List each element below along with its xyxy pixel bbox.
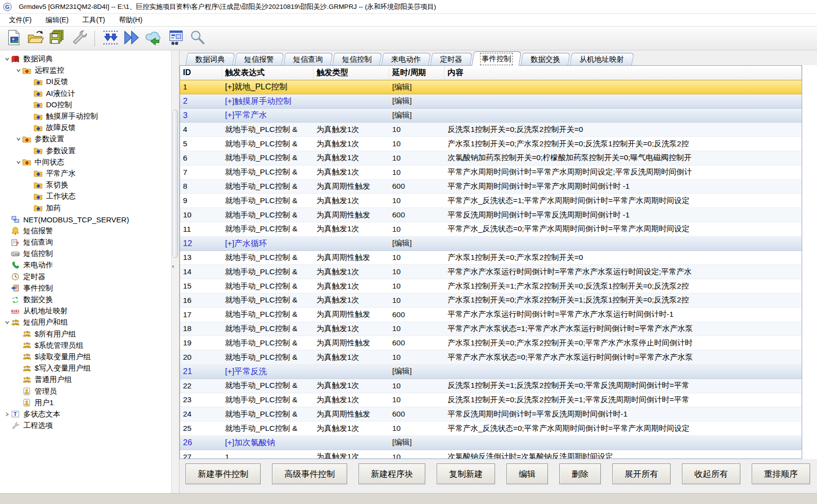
tree-item[interactable]: 工作状态: [0, 191, 171, 202]
table-row[interactable]: 20就地手动_PLC控制 &为真触发1次10平常产水产水泵状态=0;平常产水产水…: [180, 350, 802, 365]
search-magnifier-button[interactable]: [186, 28, 208, 49]
tree-item[interactable]: 用户1: [0, 397, 171, 409]
tab-9[interactable]: 从机地址映射: [570, 53, 634, 65]
tree-item[interactable]: T多状态文本: [0, 409, 171, 420]
tree-item[interactable]: 普通用户组: [0, 374, 171, 385]
menu-item[interactable]: 工具(T): [76, 14, 112, 26]
table-row[interactable]: 5就地手动_PLC控制 &为真触发1次10产水泵1控制开关=0;产水泵2控制开关…: [180, 137, 802, 151]
tree-scrollbar-thumb[interactable]: [173, 110, 178, 258]
cell-trigger-expression[interactable]: [+]平常产水: [222, 109, 314, 123]
new-file-button[interactable]: [3, 28, 25, 49]
tree-item[interactable]: 数据词典: [0, 53, 171, 65]
collapse-all-button[interactable]: 收起所有: [682, 463, 740, 484]
tree-item[interactable]: 加药: [0, 202, 171, 213]
tree-item[interactable]: 数据交换: [0, 294, 171, 305]
tab-1[interactable]: 数据词典: [185, 53, 235, 65]
table-row[interactable]: 25就地手动_PLC控制 &为真触发1次10平常产水_反洗状态=0;平常产水周期…: [180, 421, 802, 436]
cell-delay-period[interactable]: [编辑]: [389, 237, 445, 251]
tree-item[interactable]: 短信用户和组: [0, 317, 171, 328]
cloud-sync-button[interactable]: [143, 28, 165, 49]
tree-item[interactable]: 参数设置: [0, 133, 171, 145]
table-row[interactable]: 23就地手动_PLC控制 &为真触发1次10反洗泵1控制开关=0;反洗泵2控制开…: [180, 393, 802, 408]
tab-4[interactable]: 短信控制: [332, 53, 382, 65]
table-row[interactable]: 9就地手动_PLC控制 &为真触发1次10平常产水_反洗状态=1;平常产水周期时…: [180, 194, 802, 208]
tree-item[interactable]: Cmd短信控制: [0, 248, 171, 259]
table-row[interactable]: 22就地手动_PLC控制 &为真触发1次10反洗泵1控制开关=1;反洗泵2控制开…: [180, 379, 802, 393]
table-row[interactable]: 8就地手动_PLC控制 &为真周期性触发600平常产水周期时间倒计时=平常产水周…: [180, 180, 802, 194]
table-row[interactable]: 18就地手动_PLC控制 &为真触发1次10平常产水产水泵状态=1;平常产水产水…: [180, 322, 802, 336]
tree-item[interactable]: 触摸屏手动控制: [0, 111, 171, 122]
table-row[interactable]: 11就地手动_PLC控制 &为真触发1次10平常产水_反洗状态=0;平常产水周期…: [180, 222, 802, 237]
chevron-down-icon[interactable]: [14, 68, 22, 73]
run-arrows-button[interactable]: [121, 28, 143, 49]
table-row[interactable]: 14就地手动_PLC控制 &为真触发1次10平常产水产水泵运行时间倒计时=平常产…: [180, 265, 802, 279]
menu-item[interactable]: 编辑(E): [39, 14, 76, 26]
table-row[interactable]: 13就地手动_PLC控制 &为真周期性触发10产水泵1控制开关=0;产水泵2控制…: [180, 251, 802, 265]
collapse-panel-icon[interactable]: ‹: [172, 263, 174, 270]
table-row[interactable]: 21[+]平常反洗[编辑]: [180, 365, 802, 379]
tree-item[interactable]: 短信报警: [0, 225, 171, 237]
table-row[interactable]: 7就地手动_PLC控制 &为真触发1次10平常产水周期时间倒计时=平常产水周期时…: [180, 166, 802, 180]
tree-item[interactable]: $读取变量用户组: [0, 351, 171, 363]
chevron-down-icon[interactable]: [14, 160, 22, 165]
table-row[interactable]: 4就地手动_PLC控制 &为真触发1次10反洗泵1控制开关=0;反洗泵2控制开关…: [180, 123, 802, 137]
tree-item[interactable]: 中间状态: [0, 157, 171, 168]
table-row[interactable]: 12[+]产水循环[编辑]: [180, 237, 802, 251]
tab-7[interactable]: 事件控制: [471, 51, 521, 66]
new-program-block-button[interactable]: 新建程序块: [359, 463, 425, 484]
menu-item[interactable]: 帮助(H): [112, 14, 149, 26]
tree-item[interactable]: $所有用户组: [0, 329, 171, 340]
tree-item[interactable]: DI反馈: [0, 76, 171, 87]
tree-item[interactable]: 来电动作: [0, 259, 171, 271]
tree-item[interactable]: $系统管理员组: [0, 340, 171, 351]
cell-delay-period[interactable]: [编辑]: [389, 365, 445, 378]
tree-item[interactable]: 定时器: [0, 271, 171, 283]
reorder-button[interactable]: 重排顺序: [752, 463, 810, 484]
tree-item[interactable]: 事件控制: [0, 283, 171, 294]
table-row[interactable]: 271为真触发1次10次氯酸钠反洗倒计时=次氯酸钠反洗周期时间设定: [180, 450, 802, 459]
table-row[interactable]: 1[+]就地_PLC控制[编辑]: [180, 80, 802, 94]
tree-item[interactable]: 泵切换: [0, 179, 171, 191]
tree-item[interactable]: 远程监控: [0, 65, 171, 76]
edit-button[interactable]: 编辑: [506, 463, 548, 484]
save-all-button[interactable]: [46, 28, 68, 49]
cell-trigger-expression[interactable]: [+]就地_PLC控制: [222, 81, 314, 94]
tree-item[interactable]: 0101从机地址映射: [0, 305, 171, 317]
panel-splitter[interactable]: ‹: [171, 50, 180, 493]
table-row[interactable]: 3[+]平常产水[编辑]: [180, 109, 802, 123]
compile-grid-button[interactable]: [99, 28, 121, 49]
tree-item[interactable]: 工程选项: [0, 420, 171, 431]
chevron-right-icon[interactable]: [3, 412, 11, 417]
chevron-down-icon[interactable]: [14, 136, 22, 142]
tree-item[interactable]: ?短信查询: [0, 237, 171, 248]
tree-item[interactable]: 故障反馈: [0, 122, 171, 133]
tab-6[interactable]: 定时器: [430, 53, 472, 65]
expand-all-button[interactable]: 展开所有: [612, 463, 671, 484]
table-row[interactable]: 2[+]触摸屏手动控制[编辑]: [180, 94, 802, 109]
delete-button[interactable]: 删除: [559, 463, 601, 484]
tree-item[interactable]: DO控制: [0, 99, 171, 111]
copy-new-button[interactable]: 复制新建: [437, 463, 495, 484]
chevron-down-icon[interactable]: [3, 56, 11, 62]
table-row[interactable]: 15就地手动_PLC控制 &为真触发1次10产水泵1控制开关=1;产水泵2控制开…: [180, 279, 802, 294]
settings-wrench-button[interactable]: [68, 28, 90, 49]
advanced-event-control-button[interactable]: 高级事件控制: [272, 463, 347, 484]
table-row[interactable]: 10就地手动_PLC控制 &为真周期性触发600平常反洗周期时间倒计时=平常反洗…: [180, 208, 802, 222]
cell-delay-period[interactable]: [编辑]: [389, 94, 445, 108]
tree-item[interactable]: 管理员: [0, 385, 171, 397]
tab-8[interactable]: 数据交换: [521, 53, 570, 65]
table-row[interactable]: 16就地手动_PLC控制 &为真触发1次10产水泵1控制开关=0;产水泵2控制开…: [180, 294, 802, 308]
tree-item[interactable]: 平常产水: [0, 168, 171, 179]
table-row[interactable]: 26[+]加次氯酸钠[编辑]: [180, 436, 802, 450]
tab-2[interactable]: 短信报警: [234, 53, 284, 65]
cell-trigger-expression[interactable]: [+]产水循环: [222, 237, 314, 251]
tree-item[interactable]: $写入变量用户组: [0, 363, 171, 374]
tree-item[interactable]: 参数设置: [0, 145, 171, 157]
cell-trigger-expression[interactable]: [+]平常反洗: [222, 365, 314, 378]
table-row[interactable]: 17就地手动_PLC控制 &为真周期性触发600平常产水产水泵运行时间倒计时=平…: [180, 308, 802, 322]
tab-3[interactable]: 短信查询: [283, 53, 333, 65]
cell-trigger-expression[interactable]: [+]触摸屏手动控制: [222, 94, 314, 108]
open-folder-button[interactable]: [25, 28, 46, 49]
menu-item[interactable]: 文件(F): [2, 14, 39, 26]
cell-delay-period[interactable]: [编辑]: [389, 109, 445, 123]
